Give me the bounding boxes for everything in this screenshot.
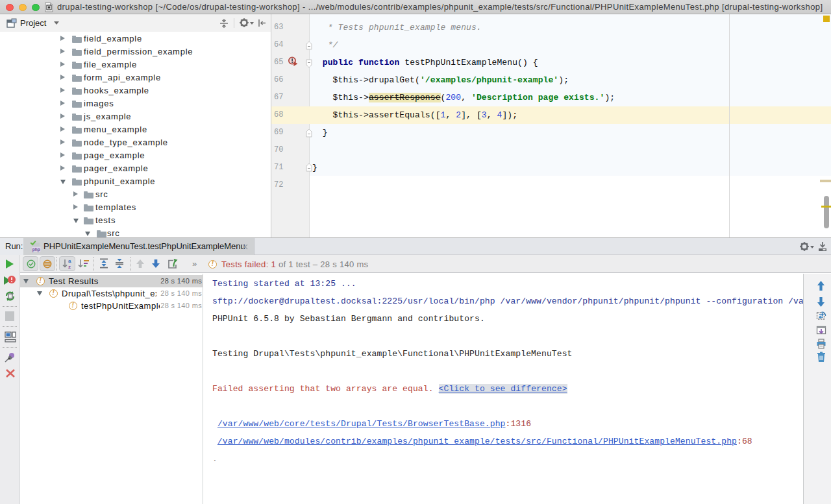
svg-text:a: a [68,258,71,264]
svg-text:php: php [32,247,40,252]
svg-text:z: z [68,264,71,269]
